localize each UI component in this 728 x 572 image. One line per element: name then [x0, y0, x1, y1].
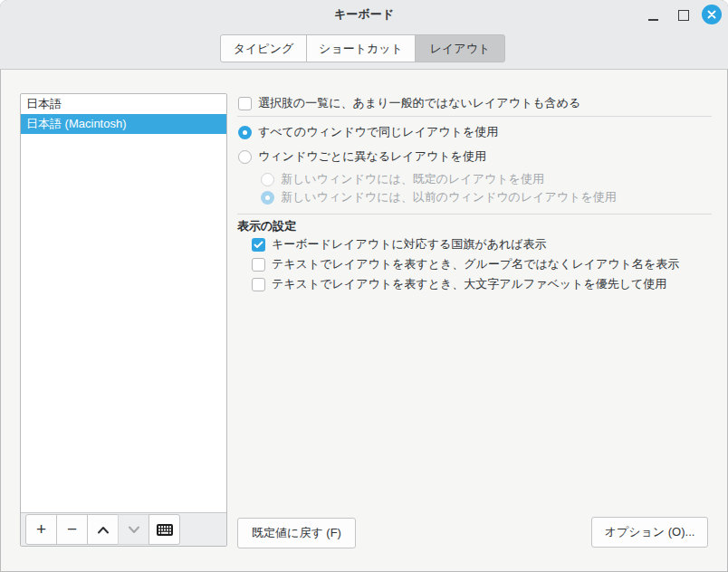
list-item-japanese[interactable]: 日本語	[21, 94, 226, 114]
checkmark-icon	[254, 241, 263, 249]
close-icon	[707, 10, 716, 19]
layout-list-panel: 日本語 日本語 (Macintosh) + −	[20, 93, 227, 547]
show-flag-checkbox-row[interactable]: キーボードレイアウトに対応する国旗があれば表示	[252, 234, 547, 254]
checkbox-unchecked[interactable]	[252, 278, 265, 291]
chevron-down-icon	[128, 526, 140, 534]
maximize-icon	[678, 10, 689, 21]
tab-bar: タイピング ショートカット レイアウト	[220, 34, 505, 62]
uppercase-preferred-checkbox-row[interactable]: テキストでレイアウトを表すとき、大文字アルファベットを優先して使用	[252, 274, 666, 294]
new-window-default-layout-label: 新しいウィンドウには、既定のレイアウトを使用	[281, 171, 544, 187]
new-window-default-layout-radio-row: 新しいウィンドウには、既定のレイアウトを使用	[261, 170, 544, 188]
keyboard-preview-button[interactable]	[148, 514, 180, 545]
remove-layout-button[interactable]: −	[56, 514, 88, 545]
layout-list[interactable]: 日本語 日本語 (Macintosh)	[21, 94, 226, 512]
radio-selected-disabled	[261, 191, 274, 205]
separator	[237, 116, 712, 117]
add-layout-button[interactable]: +	[25, 514, 57, 545]
layout-list-toolbar: + −	[21, 512, 226, 546]
separate-layout-per-window-radio-row[interactable]: ウィンドウごとに異なるレイアウトを使用	[238, 147, 486, 167]
layout-name-instead-of-group-label: テキストでレイアウトを表すとき、グループ名ではなくレイアウト名を表示	[272, 256, 679, 272]
keyboard-icon	[157, 524, 173, 536]
minus-icon: −	[67, 520, 77, 539]
same-layout-all-windows-radio-row[interactable]: すべてのウィンドウで同じレイアウトを使用	[238, 122, 498, 142]
chevron-up-icon	[97, 526, 110, 534]
reset-defaults-button[interactable]: 既定値に戻す (F)	[237, 518, 356, 548]
new-window-previous-layout-radio-row: 新しいウィンドウには、以前のウィンドウのレイアウトを使用	[261, 188, 617, 206]
same-layout-all-windows-label: すべてのウィンドウで同じレイアウトを使用	[258, 124, 498, 140]
tab-typing[interactable]: タイピング	[220, 34, 307, 62]
new-window-previous-layout-label: 新しいウィンドウには、以前のウィンドウのレイアウトを使用	[281, 189, 617, 205]
plus-icon: +	[36, 520, 46, 539]
radio-unselected[interactable]	[238, 150, 252, 164]
list-item-japanese-macintosh[interactable]: 日本語 (Macintosh)	[21, 114, 226, 134]
options-button[interactable]: オプション (O)...	[591, 517, 708, 548]
close-button[interactable]	[702, 5, 722, 24]
radio-selected[interactable]	[238, 126, 252, 139]
minimize-icon	[648, 19, 658, 21]
keyboard-settings-window: キーボード タイピング ショートカット レイアウト 日本語 日本語 (Macin…	[0, 0, 728, 572]
move-up-button[interactable]	[87, 514, 119, 545]
include-uncommon-layouts-label: 選択肢の一覧に、あまり一般的ではないレイアウトも含める	[258, 95, 580, 111]
maximize-button[interactable]	[675, 7, 693, 24]
display-settings-section-title: 表示の設定	[237, 217, 296, 235]
tab-shortcuts[interactable]: ショートカット	[306, 34, 416, 62]
show-flag-label: キーボードレイアウトに対応する国旗があれば表示	[272, 236, 547, 253]
separator	[237, 214, 712, 214]
tab-layout[interactable]: レイアウト	[415, 34, 505, 62]
minimize-button[interactable]	[644, 7, 662, 24]
include-uncommon-layouts-checkbox-row[interactable]: 選択肢の一覧に、あまり一般的ではないレイアウトも含める	[238, 93, 580, 113]
layout-name-instead-of-group-checkbox-row[interactable]: テキストでレイアウトを表すとき、グループ名ではなくレイアウト名を表示	[252, 254, 679, 274]
uppercase-preferred-label: テキストでレイアウトを表すとき、大文字アルファベットを優先して使用	[272, 276, 666, 292]
checkbox-unchecked[interactable]	[238, 97, 252, 110]
separate-layout-per-window-label: ウィンドウごとに異なるレイアウトを使用	[258, 148, 486, 165]
titlebar: キーボード タイピング ショートカット レイアウト	[0, 0, 728, 70]
move-down-button	[118, 514, 149, 545]
radio-unselected-disabled	[261, 173, 274, 186]
window-title: キーボード	[0, 5, 728, 24]
checkbox-unchecked[interactable]	[252, 258, 265, 272]
checkbox-checked[interactable]	[252, 238, 265, 252]
